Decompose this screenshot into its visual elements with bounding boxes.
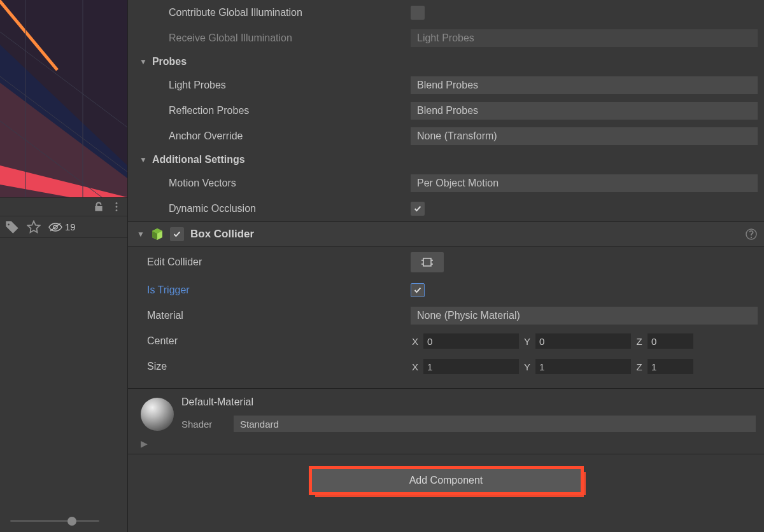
vector3-center: X Y Z [411, 333, 758, 349]
scene-viewport[interactable] [0, 0, 127, 197]
label-receive-gi: Receive Global Illumination [169, 32, 411, 44]
dropdown-light-probes[interactable]: Blend Probes [411, 76, 758, 94]
label-contribute-gi: Contribute Global Illumination [169, 7, 411, 18]
checkbox-enable-collider[interactable] [170, 227, 184, 241]
visibility-count: 19 [65, 221, 76, 232]
label-light-probes: Light Probes [169, 80, 411, 91]
axis-y-label: Y [523, 361, 532, 372]
row-anchor-override: Anchor Override None (Transform) [128, 123, 764, 149]
section-title-probes: Probes [152, 56, 187, 67]
size-y-input[interactable] [535, 359, 631, 374]
add-component-area: Add Component [128, 454, 764, 507]
row-material: Material None (Physic Material) [128, 303, 764, 328]
vector3-size: X Y Z [411, 359, 758, 374]
add-component-button[interactable]: Add Component [312, 469, 581, 492]
tag-icon[interactable] [5, 220, 19, 234]
add-component-label: Add Component [409, 475, 483, 486]
svg-point-12 [116, 209, 118, 211]
size-z-input[interactable] [647, 359, 693, 374]
shader-label: Shader [181, 419, 226, 430]
component-title: Box Collider [190, 228, 739, 241]
center-x-input[interactable] [423, 333, 519, 349]
shader-dropdown[interactable]: Standard [234, 416, 756, 432]
label-dynamic-occlusion: Dynamic Occlusion [169, 203, 411, 214]
center-y-input[interactable] [535, 333, 631, 349]
row-light-probes: Light Probes Blend Probes [128, 73, 764, 98]
axis-x-label: X [411, 361, 420, 372]
row-motion-vectors: Motion Vectors Per Object Motion [128, 171, 764, 196]
chevron-down-icon: ▼ [137, 230, 145, 239]
dropdown-receive-gi: Light Probes [411, 29, 758, 47]
star-icon[interactable] [27, 220, 41, 234]
material-name: Default-Material [181, 396, 756, 408]
box-collider-icon [151, 228, 164, 241]
axis-z-label: Z [635, 361, 644, 372]
size-x-input[interactable] [423, 359, 519, 374]
row-edit-collider: Edit Collider [128, 247, 764, 277]
axis-x-label: X [411, 336, 420, 347]
inspector-panel: Contribute Global Illumination Receive G… [127, 0, 764, 532]
checkbox-dynamic-occlusion[interactable] [411, 202, 425, 216]
chevron-down-icon: ▼ [139, 155, 147, 164]
svg-point-11 [116, 206, 118, 208]
help-icon[interactable] [745, 228, 758, 241]
zoom-slider[interactable] [0, 509, 127, 532]
viewport-toolbar [0, 197, 127, 216]
section-title-additional: Additional Settings [152, 154, 245, 165]
checkbox-contribute-gi[interactable] [411, 6, 425, 20]
label-motion-vectors: Motion Vectors [169, 178, 411, 189]
label-reflection-probes: Reflection Probes [169, 105, 411, 116]
dropdown-reflection-probes[interactable]: Blend Probes [411, 102, 758, 120]
row-dynamic-occlusion: Dynamic Occlusion [128, 196, 764, 221]
axis-y-label: Y [523, 336, 532, 347]
edit-collider-button[interactable] [411, 252, 444, 272]
chevron-down-icon: ▼ [139, 57, 147, 66]
row-size: Size X Y Z [128, 354, 764, 379]
checkbox-is-trigger[interactable] [411, 283, 425, 297]
section-additional[interactable]: ▼ Additional Settings [128, 149, 764, 171]
material-section: Default-Material Shader Standard ▶ [128, 388, 764, 454]
svg-point-10 [116, 202, 118, 204]
chevron-right-icon[interactable]: ▶ [141, 438, 764, 449]
label-material: Material [147, 310, 411, 321]
hierarchy-panel[interactable] [0, 238, 127, 509]
component-box-collider[interactable]: ▼ Box Collider [128, 221, 764, 247]
label-edit-collider: Edit Collider [147, 256, 411, 268]
dropdown-physic-material[interactable]: None (Physic Material) [411, 307, 758, 325]
section-probes[interactable]: ▼ Probes [128, 51, 764, 73]
kebab-menu-icon[interactable] [111, 201, 122, 213]
label-size: Size [147, 361, 411, 372]
row-is-trigger: Is Trigger [128, 277, 764, 303]
row-center: Center X Y Z [128, 328, 764, 354]
dropdown-motion-vectors[interactable]: Per Object Motion [411, 174, 758, 192]
label-anchor-override: Anchor Override [169, 130, 411, 142]
row-reflection-probes: Reflection Probes Blend Probes [128, 98, 764, 123]
visibility-badge[interactable]: 19 [48, 221, 76, 232]
label-center: Center [147, 335, 411, 347]
label-is-trigger: Is Trigger [147, 284, 411, 296]
axis-z-label: Z [635, 336, 644, 347]
material-preview-sphere[interactable] [141, 398, 174, 431]
center-z-input[interactable] [647, 333, 693, 349]
row-contribute-gi: Contribute Global Illumination [128, 0, 764, 25]
dropdown-anchor-override[interactable]: None (Transform) [411, 127, 758, 145]
left-panel: 19 [0, 0, 127, 532]
lock-open-icon[interactable] [93, 201, 104, 213]
hierarchy-toolbar: 19 [0, 216, 127, 238]
row-receive-gi: Receive Global Illumination Light Probes [128, 25, 764, 51]
